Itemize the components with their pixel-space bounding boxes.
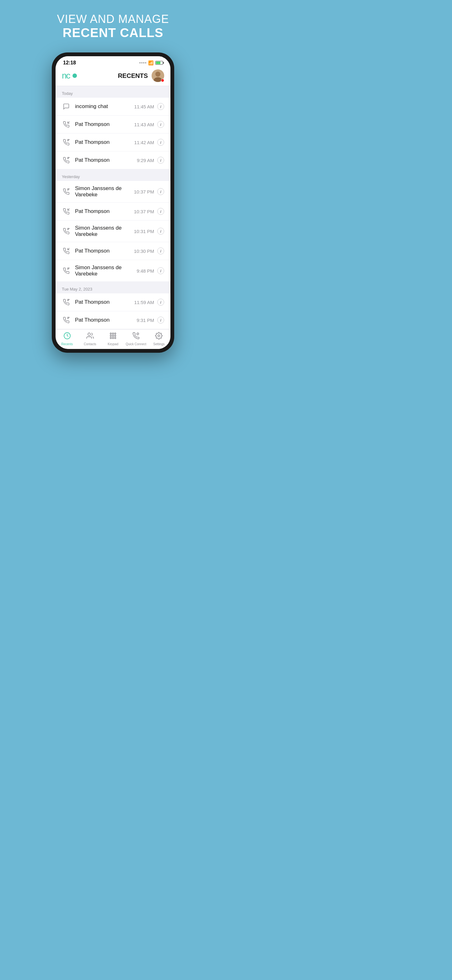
svg-rect-22 xyxy=(113,337,114,339)
section-may2: Tue May 2, 2023 Pat Thompson 11:59 AM i xyxy=(56,282,170,329)
tab-contacts-label: Contacts xyxy=(84,342,96,346)
outgoing-call-icon xyxy=(62,156,71,165)
call-item-simon-1031[interactable]: Simon Janssens de Varebeke 10:31 PM i xyxy=(56,221,170,242)
logo-mc: nc xyxy=(62,71,70,81)
info-button[interactable]: i xyxy=(157,121,164,128)
info-button[interactable]: i xyxy=(157,157,164,164)
call-time: 9:48 PM xyxy=(136,268,154,274)
section-header-yesterday: Yesterday xyxy=(56,169,170,181)
phone-screen: 12:18 📶 nc RECENTS xyxy=(56,56,170,349)
call-name: Pat Thompson xyxy=(75,208,134,215)
tab-quick-connect[interactable]: Quick Connect xyxy=(125,332,147,346)
outgoing-call-icon xyxy=(62,266,71,275)
call-time: 10:30 PM xyxy=(134,248,154,254)
call-item-incoming-chat[interactable]: incoming chat 11:45 AM i xyxy=(56,98,170,116)
outgoing-call-icon xyxy=(62,187,71,196)
app-header: nc RECENTS xyxy=(56,67,170,86)
call-item-pat-1142[interactable]: Pat Thompson 11:42 AM i xyxy=(56,134,170,151)
call-name: Simon Janssens de Varebeke xyxy=(75,225,134,237)
info-button[interactable]: i xyxy=(157,317,164,323)
incoming-call-icon xyxy=(62,207,71,216)
call-name: Simon Janssens de Varebeke xyxy=(75,264,136,277)
tab-recents[interactable]: Recents xyxy=(56,332,78,346)
avatar-container[interactable] xyxy=(152,69,164,82)
svg-rect-21 xyxy=(110,337,111,339)
info-button[interactable]: i xyxy=(157,267,164,274)
tab-bar: Recents Contacts xyxy=(56,329,170,349)
hero-line2: RECENT CALLS xyxy=(57,26,169,40)
chat-icon xyxy=(62,102,71,111)
quick-connect-tab-icon xyxy=(132,332,140,341)
call-time: 10:31 PM xyxy=(134,229,154,234)
incoming-call-icon xyxy=(62,247,71,255)
keypad-tab-icon xyxy=(109,332,117,341)
svg-rect-23 xyxy=(114,337,116,339)
tab-quick-connect-label: Quick Connect xyxy=(125,342,146,346)
hero-section: VIEW AND MANAGE RECENT CALLS xyxy=(57,13,169,40)
call-item-pat-929[interactable]: Pat Thompson 9:29 AM i xyxy=(56,151,170,169)
call-name: Pat Thompson xyxy=(75,317,136,323)
svg-rect-18 xyxy=(110,335,111,336)
recents-tab-icon xyxy=(63,332,71,341)
info-button[interactable]: i xyxy=(157,208,164,215)
outgoing-call-icon xyxy=(62,316,71,325)
outgoing-call-icon xyxy=(62,298,71,307)
call-name: Pat Thompson xyxy=(75,121,134,127)
outgoing-call-icon xyxy=(62,138,71,147)
tab-settings-label: Settings xyxy=(153,342,165,346)
call-item-simon-1037[interactable]: Simon Janssens de Varebeke 10:37 PM i xyxy=(56,181,170,203)
section-yesterday: Yesterday Simon Janssens de Varebeke 10:… xyxy=(56,169,170,282)
section-header-may2: Tue May 2, 2023 xyxy=(56,282,170,293)
status-time: 12:18 xyxy=(63,60,76,66)
recents-label: RECENTS xyxy=(118,72,148,80)
svg-point-1 xyxy=(155,72,160,76)
contacts-tab-icon xyxy=(86,332,94,341)
outgoing-call-icon xyxy=(62,227,71,235)
call-name: Pat Thompson xyxy=(75,139,134,145)
info-button[interactable]: i xyxy=(157,248,164,255)
call-name: Simon Janssens de Varebeke xyxy=(75,185,134,198)
incoming-call-icon xyxy=(62,120,71,129)
info-button[interactable]: i xyxy=(157,139,164,146)
avatar-red-dot xyxy=(161,79,164,82)
call-time: 11:43 AM xyxy=(134,122,154,127)
call-item-pat-1159[interactable]: Pat Thompson 11:59 AM i xyxy=(56,293,170,311)
info-button[interactable]: i xyxy=(157,188,164,195)
battery-icon xyxy=(155,61,163,65)
section-header-today: Today xyxy=(56,86,170,98)
call-time: 10:37 PM xyxy=(134,209,154,214)
settings-tab-icon xyxy=(155,332,163,341)
call-time: 9:29 AM xyxy=(137,158,154,163)
call-time: 10:37 PM xyxy=(134,189,154,194)
tab-contacts[interactable]: Contacts xyxy=(78,332,102,346)
call-time: 11:59 AM xyxy=(134,300,154,305)
header-right: RECENTS xyxy=(118,69,164,82)
tab-recents-label: Recents xyxy=(61,342,73,346)
online-dot xyxy=(73,73,77,78)
call-name: Pat Thompson xyxy=(75,157,137,163)
call-time: 11:42 AM xyxy=(134,140,154,145)
svg-rect-15 xyxy=(110,333,111,334)
section-today: Today incoming chat 11:45 AM i xyxy=(56,86,170,169)
svg-point-14 xyxy=(88,333,90,336)
signal-dots xyxy=(140,62,146,64)
call-item-pat-1143[interactable]: Pat Thompson 11:43 AM i xyxy=(56,116,170,134)
info-button[interactable]: i xyxy=(157,299,164,305)
call-item-pat-931[interactable]: Pat Thompson 9:31 PM i xyxy=(56,311,170,329)
tab-settings[interactable]: Settings xyxy=(147,332,170,346)
call-list[interactable]: Today incoming chat 11:45 AM i xyxy=(56,86,170,329)
call-name: incoming chat xyxy=(75,103,134,110)
status-bar: 12:18 📶 xyxy=(56,56,170,67)
call-item-pat-1037pm[interactable]: Pat Thompson 10:37 PM i xyxy=(56,203,170,221)
info-button[interactable]: i xyxy=(157,228,164,235)
call-name: Pat Thompson xyxy=(75,299,134,305)
status-icons: 📶 xyxy=(140,60,163,65)
call-item-simon-948[interactable]: Simon Janssens de Varebeke 9:48 PM i xyxy=(56,260,170,282)
tab-keypad-label: Keypad xyxy=(108,342,118,346)
tab-keypad[interactable]: Keypad xyxy=(102,332,124,346)
call-name: Pat Thompson xyxy=(75,248,134,254)
phone-shell: 12:18 📶 nc RECENTS xyxy=(52,52,174,353)
info-button[interactable]: i xyxy=(157,103,164,110)
hero-line1: VIEW AND MANAGE xyxy=(57,13,169,26)
call-item-pat-1030[interactable]: Pat Thompson 10:30 PM i xyxy=(56,242,170,260)
